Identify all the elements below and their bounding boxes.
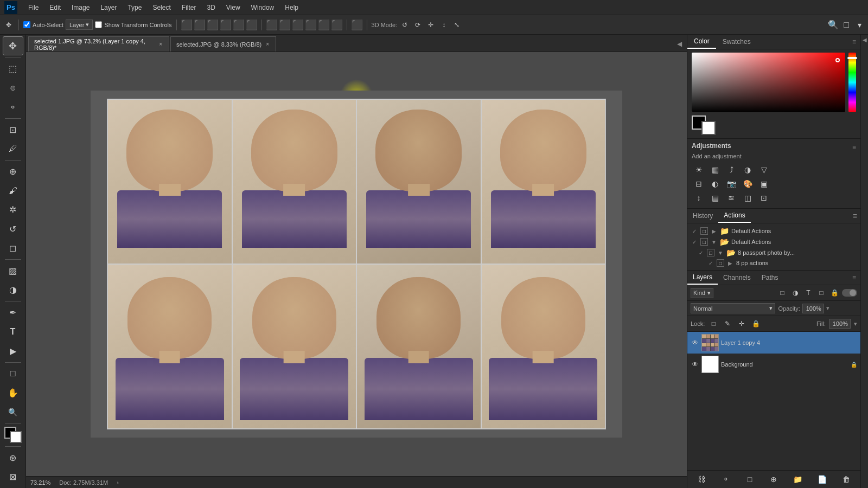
action-expand-0[interactable]: ▶	[710, 227, 718, 235]
background-color-swatch[interactable]	[10, 431, 22, 443]
opacity-input[interactable]: 100%	[802, 304, 824, 313]
tab-1-close[interactable]: ×	[158, 41, 163, 47]
layer-item-1[interactable]: 👁 Background 🔒	[687, 354, 860, 375]
background-color-box[interactable]	[701, 121, 716, 135]
history-panel-menu[interactable]: ≡	[850, 209, 860, 222]
hsl-icon[interactable]: ⊟	[692, 177, 706, 191]
slide-3d-icon[interactable]: ↕	[438, 20, 449, 30]
tab-history[interactable]: History	[687, 209, 718, 222]
adjustments-menu[interactable]: ≡	[852, 144, 856, 151]
exposure-icon[interactable]: ◑	[741, 163, 755, 177]
eyedropper-tool[interactable]: 🖊	[3, 140, 23, 158]
nav-icon[interactable]: □	[841, 20, 852, 30]
layer-delete-btn[interactable]: 🗑	[840, 473, 853, 486]
fill-arrow[interactable]: ▾	[854, 320, 857, 328]
color-spectrum[interactable]	[692, 53, 845, 112]
move-tool[interactable]: ✥	[3, 37, 23, 55]
distribute-right-icon[interactable]: ⬛	[292, 20, 303, 30]
text-tool[interactable]: T	[3, 323, 23, 341]
layer-mask-btn[interactable]: □	[743, 473, 756, 486]
layer-fx-btn[interactable]: ⚬	[719, 473, 732, 486]
quick-select-tool[interactable]: ⚬	[3, 98, 23, 116]
right-collapse-strip[interactable]: ◀	[860, 35, 868, 488]
rotate-3d-icon[interactable]: ↺	[399, 20, 410, 30]
zoom-tool[interactable]: 🔍	[3, 403, 23, 421]
channel-mixer-icon[interactable]: 🎨	[741, 177, 755, 191]
layer-link-btn[interactable]: ⛓	[695, 473, 708, 486]
distribute-bottom-icon[interactable]: ⬛	[331, 20, 342, 30]
menu-window[interactable]: Window	[247, 2, 279, 14]
layer-visibility-1[interactable]: 👁	[691, 360, 699, 369]
layer-visibility-0[interactable]: 👁	[691, 338, 699, 347]
pixel-filter-icon[interactable]: □	[777, 287, 788, 298]
layer-adjustment-btn[interactable]: ⊕	[767, 473, 780, 486]
distribute-center-icon[interactable]: ⬛	[279, 20, 290, 30]
menu-image[interactable]: Image	[67, 2, 94, 14]
action-expand-1[interactable]: ▼	[710, 238, 718, 246]
menu-3d[interactable]: 3D	[202, 2, 219, 14]
menu-select[interactable]: Select	[148, 2, 175, 14]
action-item-3[interactable]: ✓ □ ▶ 8 pp actions	[687, 258, 860, 268]
tab-actions[interactable]: Actions	[718, 209, 750, 223]
filter-kind-dropdown[interactable]: Kind ▾	[691, 288, 713, 298]
brightness-contrast-icon[interactable]: ☀	[692, 163, 706, 177]
menu-edit[interactable]: Edit	[45, 2, 65, 14]
invert-icon[interactable]: ↕	[692, 191, 706, 205]
menu-type[interactable]: Type	[123, 2, 146, 14]
panel-open-icon[interactable]: ▾	[854, 20, 865, 30]
fill-input[interactable]: 100%	[829, 319, 851, 329]
quick-mask-mode[interactable]: ⊛	[3, 448, 23, 466]
layer-group-btn[interactable]: 📁	[792, 473, 805, 486]
document-tab-2[interactable]: selected.JPG @ 8.33% (RGB/8) ×	[170, 36, 276, 52]
canvas-container[interactable]	[26, 52, 687, 476]
color-panel-menu[interactable]: ≡	[848, 36, 860, 48]
smart-filter-icon[interactable]: 🔒	[829, 287, 840, 298]
auto-select-checkbox[interactable]	[23, 21, 30, 28]
hand-tool[interactable]: ✋	[3, 384, 23, 402]
lock-pixels-icon[interactable]: □	[708, 318, 719, 329]
type-filter-icon[interactable]: T	[803, 287, 814, 298]
distribute-middle-icon[interactable]: ⬛	[318, 20, 329, 30]
brush-tool[interactable]: 🖌	[3, 182, 23, 200]
drag-3d-icon[interactable]: ✛	[425, 20, 436, 30]
scale-3d-icon[interactable]: ⤡	[451, 20, 462, 30]
document-tab-1[interactable]: selected 1.JPG @ 73.2% (Layer 1 copy 4, …	[28, 36, 169, 52]
dodge-tool[interactable]: ◑	[3, 281, 23, 299]
eraser-tool[interactable]: ◻	[3, 239, 23, 257]
pen-tool[interactable]: ✒	[3, 304, 23, 322]
threshold-icon[interactable]: ≋	[724, 191, 738, 205]
auto-select-checkbox-label[interactable]: Auto-Select	[23, 21, 63, 28]
tab-2-close[interactable]: ×	[265, 41, 270, 47]
tab-swatches[interactable]: Swatches	[716, 35, 757, 48]
tab-paths[interactable]: Paths	[756, 271, 784, 284]
align-left-icon[interactable]: ⬛	[220, 20, 231, 30]
levels-icon[interactable]: ▦	[708, 163, 722, 177]
menu-help[interactable]: Help	[280, 2, 303, 14]
layers-panel-menu[interactable]: ≡	[848, 272, 860, 284]
clone-stamp-tool[interactable]: ✲	[3, 201, 23, 219]
action-expand-2[interactable]: ▼	[717, 249, 724, 256]
distribute-top-icon[interactable]: ⬛	[305, 20, 316, 30]
align-bottom-icon[interactable]: ⬛	[207, 20, 218, 30]
lasso-tool[interactable]: ⌾	[3, 79, 23, 97]
gradient-tool[interactable]: ▨	[3, 262, 23, 280]
menu-layer[interactable]: Layer	[96, 2, 121, 14]
screen-mode-toggle[interactable]: ⊠	[3, 468, 23, 486]
vibrance-icon[interactable]: ▽	[757, 163, 771, 177]
arrange-icon[interactable]: ⬛	[352, 20, 362, 30]
lock-all-icon[interactable]: 🔒	[750, 318, 761, 329]
align-middle-icon[interactable]: ⬛	[194, 20, 205, 30]
path-select-tool[interactable]: ▶	[3, 342, 23, 360]
healing-brush-tool[interactable]: ⊕	[3, 163, 23, 181]
shape-tool[interactable]: □	[3, 365, 23, 383]
align-center-icon[interactable]: ⬛	[233, 20, 244, 30]
roll-3d-icon[interactable]: ⟳	[412, 20, 423, 30]
marquee-tool[interactable]: ⬚	[3, 60, 23, 78]
align-top-icon[interactable]: ⬛	[181, 20, 192, 30]
opacity-arrow[interactable]: ▾	[826, 305, 829, 312]
tab-color[interactable]: Color	[687, 35, 716, 49]
menu-view[interactable]: View	[222, 2, 245, 14]
lock-position-icon[interactable]: ✎	[722, 318, 733, 329]
distribute-left-icon[interactable]: ⬛	[266, 20, 277, 30]
lock-artboard-icon[interactable]: ✛	[736, 318, 747, 329]
